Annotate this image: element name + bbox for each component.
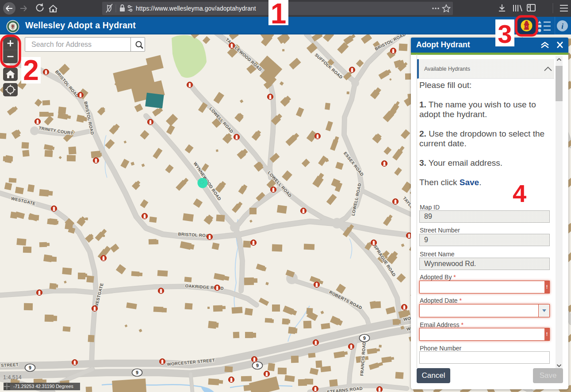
svg-text:i: i <box>561 22 563 30</box>
